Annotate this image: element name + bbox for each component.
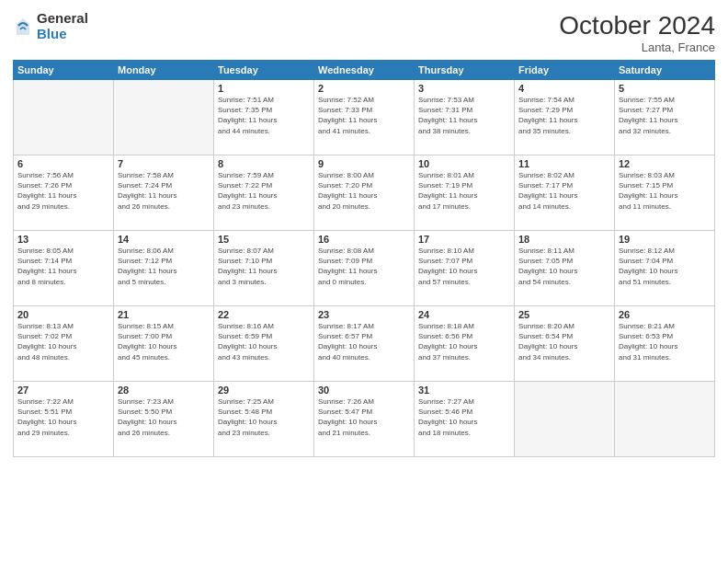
- day-cell: 19Sunrise: 8:12 AM Sunset: 7:04 PM Dayli…: [615, 231, 715, 306]
- logo-text: General Blue: [37, 11, 88, 41]
- day-cell: [515, 382, 615, 457]
- day-header-sunday: Sunday: [14, 61, 114, 80]
- month-title: October 2024: [559, 11, 715, 40]
- header: General Blue October 2024 Lanta, France: [13, 11, 715, 54]
- day-info: Sunrise: 7:23 AM Sunset: 5:50 PM Dayligh…: [118, 396, 210, 438]
- day-info: Sunrise: 8:17 AM Sunset: 6:57 PM Dayligh…: [318, 321, 410, 362]
- day-cell: 20Sunrise: 8:13 AM Sunset: 7:02 PM Dayli…: [14, 306, 114, 382]
- day-info: Sunrise: 8:00 AM Sunset: 7:20 PM Dayligh…: [318, 170, 410, 212]
- day-cell: 14Sunrise: 8:06 AM Sunset: 7:12 PM Dayli…: [114, 231, 214, 306]
- day-cell: 29Sunrise: 7:25 AM Sunset: 5:48 PM Dayli…: [214, 382, 314, 457]
- day-info: Sunrise: 8:16 AM Sunset: 6:59 PM Dayligh…: [218, 321, 310, 362]
- day-number: 1: [218, 83, 310, 94]
- week-row-1: 1Sunrise: 7:51 AM Sunset: 7:35 PM Daylig…: [14, 80, 715, 155]
- day-cell: 25Sunrise: 8:20 AM Sunset: 6:54 PM Dayli…: [515, 306, 615, 382]
- day-number: 5: [619, 83, 711, 94]
- day-info: Sunrise: 7:22 AM Sunset: 5:51 PM Dayligh…: [17, 396, 109, 438]
- day-header-thursday: Thursday: [415, 61, 515, 80]
- day-number: 8: [218, 158, 310, 169]
- day-number: 16: [318, 234, 410, 245]
- week-row-4: 20Sunrise: 8:13 AM Sunset: 7:02 PM Dayli…: [14, 306, 715, 382]
- day-info: Sunrise: 7:52 AM Sunset: 7:33 PM Dayligh…: [318, 95, 410, 136]
- day-cell: 24Sunrise: 8:18 AM Sunset: 6:56 PM Dayli…: [415, 306, 515, 382]
- day-number: 20: [17, 309, 109, 320]
- day-info: Sunrise: 7:58 AM Sunset: 7:24 PM Dayligh…: [118, 170, 210, 212]
- day-number: 18: [518, 234, 610, 245]
- day-number: 22: [218, 309, 310, 320]
- day-cell: 5Sunrise: 7:55 AM Sunset: 7:27 PM Daylig…: [615, 80, 715, 155]
- day-info: Sunrise: 8:21 AM Sunset: 6:53 PM Dayligh…: [619, 321, 711, 362]
- day-cell: [615, 382, 715, 457]
- day-cell: 8Sunrise: 7:59 AM Sunset: 7:22 PM Daylig…: [214, 155, 314, 231]
- day-cell: [14, 80, 114, 155]
- day-info: Sunrise: 8:10 AM Sunset: 7:07 PM Dayligh…: [418, 246, 510, 287]
- day-number: 29: [218, 385, 310, 396]
- day-cell: 31Sunrise: 7:27 AM Sunset: 5:46 PM Dayli…: [415, 382, 515, 457]
- day-cell: 11Sunrise: 8:02 AM Sunset: 7:17 PM Dayli…: [515, 155, 615, 231]
- day-number: 26: [619, 309, 711, 320]
- day-cell: 4Sunrise: 7:54 AM Sunset: 7:29 PM Daylig…: [515, 80, 615, 155]
- day-info: Sunrise: 7:54 AM Sunset: 7:29 PM Dayligh…: [518, 95, 610, 136]
- day-number: 6: [17, 158, 109, 169]
- day-cell: 30Sunrise: 7:26 AM Sunset: 5:47 PM Dayli…: [314, 382, 415, 457]
- location: Lanta, France: [559, 40, 715, 54]
- day-number: 28: [118, 385, 210, 396]
- day-number: 3: [418, 83, 510, 94]
- day-cell: 12Sunrise: 8:03 AM Sunset: 7:15 PM Dayli…: [615, 155, 715, 231]
- day-info: Sunrise: 7:55 AM Sunset: 7:27 PM Dayligh…: [619, 95, 711, 136]
- day-number: 12: [619, 158, 711, 169]
- day-cell: 10Sunrise: 8:01 AM Sunset: 7:19 PM Dayli…: [415, 155, 515, 231]
- logo-blue-text: Blue: [37, 27, 88, 42]
- day-info: Sunrise: 7:25 AM Sunset: 5:48 PM Dayligh…: [218, 396, 310, 438]
- day-number: 14: [118, 234, 210, 245]
- day-number: 15: [218, 234, 310, 245]
- day-header-monday: Monday: [114, 61, 214, 80]
- day-info: Sunrise: 7:53 AM Sunset: 7:31 PM Dayligh…: [418, 95, 510, 136]
- day-info: Sunrise: 7:56 AM Sunset: 7:26 PM Dayligh…: [17, 170, 109, 212]
- day-cell: 22Sunrise: 8:16 AM Sunset: 6:59 PM Dayli…: [214, 306, 314, 382]
- day-number: 17: [418, 234, 510, 245]
- day-number: 2: [318, 83, 410, 94]
- day-cell: [114, 80, 214, 155]
- day-info: Sunrise: 8:18 AM Sunset: 6:56 PM Dayligh…: [418, 321, 510, 362]
- day-number: 13: [17, 234, 109, 245]
- day-cell: 27Sunrise: 7:22 AM Sunset: 5:51 PM Dayli…: [14, 382, 114, 457]
- day-number: 19: [619, 234, 711, 245]
- day-cell: 9Sunrise: 8:00 AM Sunset: 7:20 PM Daylig…: [314, 155, 415, 231]
- day-cell: 28Sunrise: 7:23 AM Sunset: 5:50 PM Dayli…: [114, 382, 214, 457]
- day-number: 4: [518, 83, 610, 94]
- day-info: Sunrise: 8:05 AM Sunset: 7:14 PM Dayligh…: [17, 246, 109, 287]
- day-header-friday: Friday: [515, 61, 615, 80]
- day-info: Sunrise: 8:20 AM Sunset: 6:54 PM Dayligh…: [518, 321, 610, 362]
- day-number: 21: [118, 309, 210, 320]
- calendar-page: General Blue October 2024 Lanta, France …: [0, 0, 728, 563]
- day-info: Sunrise: 8:07 AM Sunset: 7:10 PM Dayligh…: [218, 246, 310, 287]
- day-info: Sunrise: 8:11 AM Sunset: 7:05 PM Dayligh…: [518, 246, 610, 287]
- day-header-wednesday: Wednesday: [314, 61, 415, 80]
- day-info: Sunrise: 7:59 AM Sunset: 7:22 PM Dayligh…: [218, 170, 310, 212]
- day-number: 24: [418, 309, 510, 320]
- day-cell: 6Sunrise: 7:56 AM Sunset: 7:26 PM Daylig…: [14, 155, 114, 231]
- logo-icon: [13, 17, 33, 37]
- day-info: Sunrise: 7:51 AM Sunset: 7:35 PM Dayligh…: [218, 95, 310, 136]
- day-number: 23: [318, 309, 410, 320]
- day-info: Sunrise: 8:08 AM Sunset: 7:09 PM Dayligh…: [318, 246, 410, 287]
- day-info: Sunrise: 7:26 AM Sunset: 5:47 PM Dayligh…: [318, 396, 410, 438]
- day-cell: 7Sunrise: 7:58 AM Sunset: 7:24 PM Daylig…: [114, 155, 214, 231]
- day-cell: 17Sunrise: 8:10 AM Sunset: 7:07 PM Dayli…: [415, 231, 515, 306]
- header-row: SundayMondayTuesdayWednesdayThursdayFrid…: [14, 61, 715, 80]
- day-number: 27: [17, 385, 109, 396]
- day-info: Sunrise: 8:01 AM Sunset: 7:19 PM Dayligh…: [418, 170, 510, 212]
- day-header-tuesday: Tuesday: [214, 61, 314, 80]
- day-number: 7: [118, 158, 210, 169]
- day-cell: 18Sunrise: 8:11 AM Sunset: 7:05 PM Dayli…: [515, 231, 615, 306]
- day-cell: 21Sunrise: 8:15 AM Sunset: 7:00 PM Dayli…: [114, 306, 214, 382]
- day-info: Sunrise: 8:03 AM Sunset: 7:15 PM Dayligh…: [619, 170, 711, 212]
- day-info: Sunrise: 8:13 AM Sunset: 7:02 PM Dayligh…: [17, 321, 109, 362]
- day-info: Sunrise: 8:15 AM Sunset: 7:00 PM Dayligh…: [118, 321, 210, 362]
- logo-general-text: General: [37, 11, 88, 27]
- calendar-table: SundayMondayTuesdayWednesdayThursdayFrid…: [13, 60, 715, 457]
- day-cell: 3Sunrise: 7:53 AM Sunset: 7:31 PM Daylig…: [415, 80, 515, 155]
- day-cell: 23Sunrise: 8:17 AM Sunset: 6:57 PM Dayli…: [314, 306, 415, 382]
- day-number: 10: [418, 158, 510, 169]
